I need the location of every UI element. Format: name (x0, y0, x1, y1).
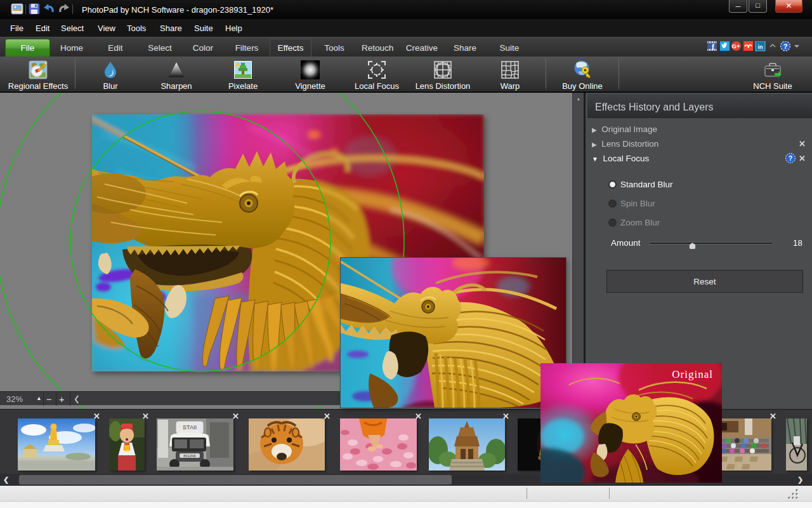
svg-text:in: in (758, 44, 763, 50)
svg-text:?: ? (783, 43, 788, 50)
svg-text:G+: G+ (732, 43, 740, 50)
svg-text:STAII: STAII (183, 424, 197, 431)
svg-text:?: ? (789, 154, 793, 162)
svg-text:8012N6: 8012N6 (183, 454, 195, 458)
